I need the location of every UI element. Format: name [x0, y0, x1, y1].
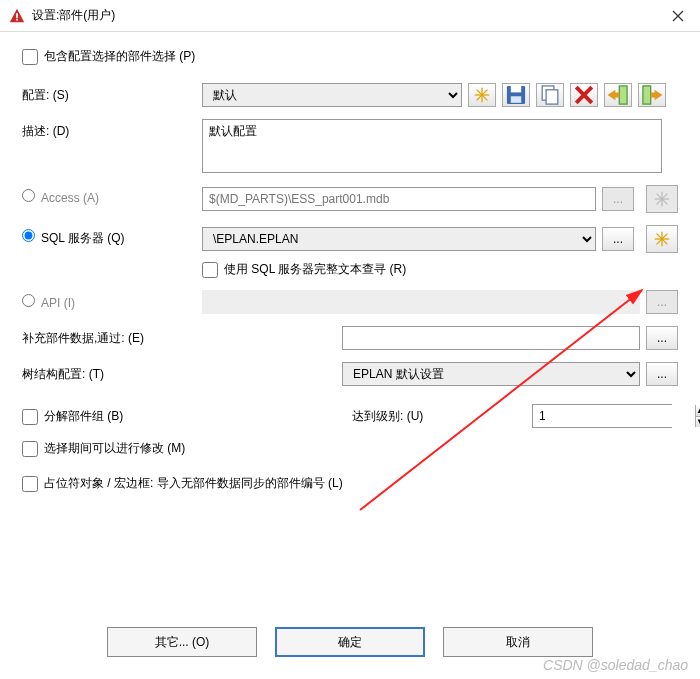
dialog-content: 包含配置选择的部件选择 (P) 配置: (S) 默认 — [0, 32, 700, 526]
sql-fulltext-check[interactable]: 使用 SQL 服务器完整文本查寻 (R) — [202, 261, 406, 278]
sql-new-button[interactable] — [646, 225, 678, 253]
other-button[interactable]: 其它... (O) — [107, 627, 257, 657]
access-radio[interactable] — [22, 189, 35, 202]
decompose-label: 分解部件组 (B) — [44, 408, 123, 425]
desc-textarea[interactable]: 默认配置 — [202, 119, 662, 173]
access-label: Access (A) — [41, 191, 99, 205]
dialog-buttons: 其它... (O) 确定 取消 — [0, 627, 700, 657]
tree-select[interactable]: EPLAN 默认设置 — [342, 362, 640, 386]
sql-browse-button[interactable]: ... — [602, 227, 634, 251]
cancel-button[interactable]: 取消 — [443, 627, 593, 657]
modify-during-label: 选择期间可以进行修改 (M) — [44, 440, 185, 457]
window-title: 设置:部件(用户) — [32, 7, 656, 24]
copy-config-button[interactable] — [536, 83, 564, 107]
modify-during-check[interactable]: 选择期间可以进行修改 (M) — [22, 440, 678, 457]
api-radio[interactable] — [22, 294, 35, 307]
sql-fulltext-checkbox[interactable] — [202, 262, 218, 278]
placeholder-check[interactable]: 占位符对象 / 宏边框: 导入无部件数据同步的部件编号 (L) — [22, 475, 678, 492]
svg-rect-13 — [546, 90, 558, 104]
config-label: 配置: (S) — [22, 83, 202, 104]
import-config-button[interactable] — [604, 83, 632, 107]
sql-server-select[interactable]: \EPLAN.EPLAN — [202, 227, 596, 251]
access-radio-wrap[interactable]: Access (A) — [22, 191, 99, 205]
placeholder-checkbox[interactable] — [22, 476, 38, 492]
level-input-wrap: ▲ ▼ — [532, 404, 672, 428]
desc-label: 描述: (D) — [22, 119, 202, 140]
desc-row: 描述: (D) 默认配置 — [22, 119, 678, 173]
access-row: Access (A) ... — [22, 185, 678, 213]
supplement-row: 补充部件数据,通过: (E) ... — [22, 326, 678, 350]
svg-rect-11 — [511, 96, 521, 103]
modify-during-checkbox[interactable] — [22, 441, 38, 457]
level-spinner: ▲ ▼ — [695, 405, 700, 427]
svg-marker-19 — [651, 90, 663, 100]
include-config-selection-checkbox[interactable] — [22, 49, 38, 65]
svg-marker-17 — [608, 90, 620, 100]
level-label: 达到级别: (U) — [352, 408, 423, 425]
svg-rect-10 — [511, 86, 521, 93]
close-button[interactable] — [656, 0, 700, 32]
sql-fulltext-row: 使用 SQL 服务器完整文本查寻 (R) — [22, 261, 678, 278]
api-field — [202, 290, 640, 314]
level-spin-down[interactable]: ▼ — [696, 417, 700, 428]
access-path-input — [202, 187, 596, 211]
watermark: CSDN @soledad_chao — [543, 657, 688, 673]
svg-rect-18 — [643, 86, 651, 104]
svg-rect-2 — [16, 18, 18, 20]
api-browse-button: ... — [646, 290, 678, 314]
access-new-button — [646, 185, 678, 213]
new-config-button[interactable] — [468, 83, 496, 107]
svg-rect-16 — [619, 86, 627, 104]
ok-button[interactable]: 确定 — [275, 627, 425, 657]
decompose-level-row: 分解部件组 (B) 达到级别: (U) ▲ ▼ — [22, 404, 678, 428]
decompose-checkbox[interactable] — [22, 409, 38, 425]
tree-row: 树结构配置: (T) EPLAN 默认设置 ... — [22, 362, 678, 386]
placeholder-label: 占位符对象 / 宏边框: 导入无部件数据同步的部件编号 (L) — [44, 475, 343, 492]
api-radio-wrap[interactable]: API (I) — [22, 296, 75, 310]
tree-browse-button[interactable]: ... — [646, 362, 678, 386]
include-config-selection-label: 包含配置选择的部件选择 (P) — [44, 48, 195, 65]
decompose-check[interactable]: 分解部件组 (B) — [22, 408, 352, 425]
supplement-browse-button[interactable]: ... — [646, 326, 678, 350]
level-spin-up[interactable]: ▲ — [696, 405, 700, 417]
supplement-field[interactable] — [342, 326, 640, 350]
sql-radio[interactable] — [22, 229, 35, 242]
supplement-label: 补充部件数据,通过: (E) — [22, 326, 202, 347]
api-row: API (I) ... — [22, 290, 678, 314]
delete-config-button[interactable] — [570, 83, 598, 107]
level-input[interactable] — [533, 405, 695, 427]
sql-row: SQL 服务器 (Q) \EPLAN.EPLAN ... — [22, 225, 678, 253]
save-config-button[interactable] — [502, 83, 530, 107]
tree-label: 树结构配置: (T) — [22, 362, 202, 383]
config-row: 配置: (S) 默认 — [22, 83, 678, 107]
include-config-selection-check[interactable]: 包含配置选择的部件选择 (P) — [22, 48, 678, 65]
sql-radio-wrap[interactable]: SQL 服务器 (Q) — [22, 231, 125, 245]
svg-rect-1 — [16, 13, 18, 17]
app-icon — [8, 7, 26, 25]
api-label: API (I) — [41, 296, 75, 310]
export-config-button[interactable] — [638, 83, 666, 107]
sql-label: SQL 服务器 (Q) — [41, 231, 125, 245]
sql-fulltext-label: 使用 SQL 服务器完整文本查寻 (R) — [224, 261, 406, 278]
titlebar: 设置:部件(用户) — [0, 0, 700, 32]
access-browse-button: ... — [602, 187, 634, 211]
config-select[interactable]: 默认 — [202, 83, 462, 107]
